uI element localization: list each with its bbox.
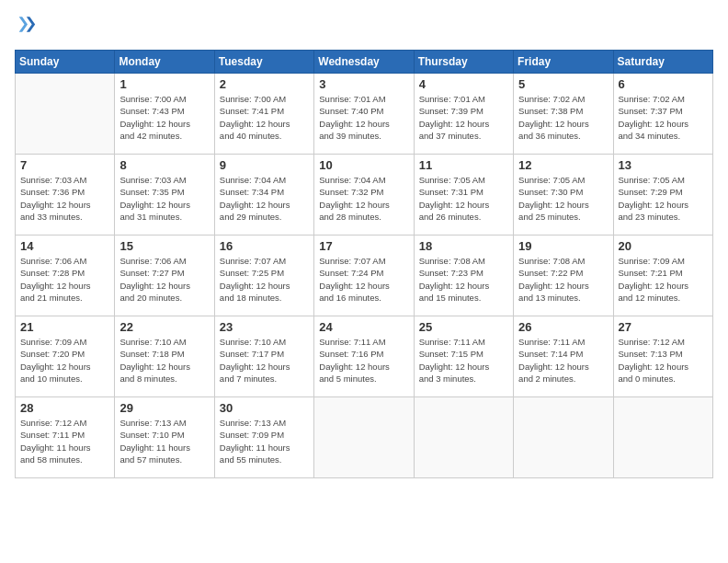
day-number: 25 — [419, 320, 508, 334]
day-number: 6 — [619, 77, 708, 91]
calendar-day-cell: 16Sunrise: 7:07 AMSunset: 7:25 PMDayligh… — [214, 236, 313, 316]
day-number: 30 — [220, 401, 309, 415]
day-number: 10 — [319, 158, 408, 172]
calendar-day-cell — [613, 397, 712, 478]
calendar-day-cell: 9Sunrise: 7:04 AMSunset: 7:34 PMDaylight… — [214, 155, 313, 236]
day-info: Sunrise: 7:08 AMSunset: 7:23 PMDaylight:… — [419, 255, 508, 304]
day-number: 4 — [419, 77, 508, 91]
day-info: Sunrise: 7:07 AMSunset: 7:24 PMDaylight:… — [319, 255, 408, 304]
day-info: Sunrise: 7:11 AMSunset: 7:14 PMDaylight:… — [518, 336, 608, 385]
weekday-header: Thursday — [414, 51, 513, 74]
page: SundayMondayTuesdayWednesdayThursdayFrid… — [0, 0, 728, 563]
day-info: Sunrise: 7:06 AMSunset: 7:28 PMDaylight:… — [20, 255, 109, 304]
day-number: 2 — [220, 77, 309, 91]
day-number: 8 — [119, 158, 209, 172]
calendar-day-cell: 6Sunrise: 7:02 AMSunset: 7:37 PMDaylight… — [613, 74, 712, 155]
calendar-day-cell: 24Sunrise: 7:11 AMSunset: 7:16 PMDayligh… — [314, 316, 414, 397]
calendar-week-row: 14Sunrise: 7:06 AMSunset: 7:28 PMDayligh… — [16, 236, 713, 316]
day-info: Sunrise: 7:03 AMSunset: 7:35 PMDaylight:… — [119, 174, 209, 223]
calendar-day-cell: 10Sunrise: 7:04 AMSunset: 7:32 PMDayligh… — [314, 155, 414, 236]
header — [15, 15, 713, 40]
calendar-day-cell: 5Sunrise: 7:02 AMSunset: 7:38 PMDaylight… — [514, 74, 613, 155]
calendar-day-cell: 2Sunrise: 7:00 AMSunset: 7:41 PMDaylight… — [214, 74, 313, 155]
calendar: SundayMondayTuesdayWednesdayThursdayFrid… — [15, 50, 713, 478]
day-number: 19 — [518, 239, 608, 253]
day-info: Sunrise: 7:01 AMSunset: 7:39 PMDaylight:… — [419, 93, 508, 142]
day-number: 21 — [20, 320, 109, 334]
day-info: Sunrise: 7:04 AMSunset: 7:32 PMDaylight:… — [319, 174, 408, 223]
day-info: Sunrise: 7:00 AMSunset: 7:43 PMDaylight:… — [119, 93, 209, 142]
day-number: 1 — [119, 77, 209, 91]
calendar-day-cell: 3Sunrise: 7:01 AMSunset: 7:40 PMDaylight… — [314, 74, 414, 155]
day-info: Sunrise: 7:10 AMSunset: 7:17 PMDaylight:… — [220, 336, 309, 385]
day-info: Sunrise: 7:09 AMSunset: 7:21 PMDaylight:… — [619, 255, 708, 304]
calendar-day-cell: 13Sunrise: 7:05 AMSunset: 7:29 PMDayligh… — [613, 155, 712, 236]
day-number: 5 — [518, 77, 608, 91]
weekday-header: Sunday — [16, 51, 115, 74]
calendar-day-cell: 17Sunrise: 7:07 AMSunset: 7:24 PMDayligh… — [314, 236, 414, 316]
day-info: Sunrise: 7:02 AMSunset: 7:37 PMDaylight:… — [619, 93, 708, 142]
calendar-day-cell: 19Sunrise: 7:08 AMSunset: 7:22 PMDayligh… — [514, 236, 613, 316]
day-info: Sunrise: 7:13 AMSunset: 7:10 PMDaylight:… — [119, 417, 209, 465]
day-info: Sunrise: 7:03 AMSunset: 7:36 PMDaylight:… — [20, 174, 109, 223]
day-number: 20 — [619, 239, 708, 253]
calendar-day-cell: 12Sunrise: 7:05 AMSunset: 7:30 PMDayligh… — [514, 155, 613, 236]
day-number: 29 — [119, 401, 209, 415]
day-info: Sunrise: 7:01 AMSunset: 7:40 PMDaylight:… — [319, 93, 408, 142]
day-number: 18 — [419, 239, 508, 253]
day-info: Sunrise: 7:12 AMSunset: 7:11 PMDaylight:… — [20, 417, 109, 465]
weekday-header: Wednesday — [314, 51, 414, 74]
day-number: 28 — [20, 401, 109, 415]
day-number: 27 — [619, 320, 708, 334]
day-info: Sunrise: 7:05 AMSunset: 7:29 PMDaylight:… — [619, 174, 708, 223]
calendar-day-cell: 29Sunrise: 7:13 AMSunset: 7:10 PMDayligh… — [115, 397, 214, 478]
svg-marker-1 — [19, 17, 28, 31]
weekday-header: Friday — [514, 51, 613, 74]
calendar-week-row: 28Sunrise: 7:12 AMSunset: 7:11 PMDayligh… — [16, 397, 713, 478]
calendar-day-cell: 23Sunrise: 7:10 AMSunset: 7:17 PMDayligh… — [214, 316, 313, 397]
calendar-day-cell — [16, 74, 115, 155]
calendar-day-cell: 18Sunrise: 7:08 AMSunset: 7:23 PMDayligh… — [414, 236, 513, 316]
day-number: 9 — [220, 158, 309, 172]
calendar-day-cell: 20Sunrise: 7:09 AMSunset: 7:21 PMDayligh… — [613, 236, 712, 316]
logo-icon — [15, 15, 40, 40]
day-number: 11 — [419, 158, 508, 172]
day-info: Sunrise: 7:05 AMSunset: 7:30 PMDaylight:… — [518, 174, 608, 223]
weekday-header: Tuesday — [214, 51, 313, 74]
calendar-day-cell: 27Sunrise: 7:12 AMSunset: 7:13 PMDayligh… — [613, 316, 712, 397]
calendar-week-row: 1Sunrise: 7:00 AMSunset: 7:43 PMDaylight… — [16, 74, 713, 155]
day-number: 12 — [518, 158, 608, 172]
day-info: Sunrise: 7:00 AMSunset: 7:41 PMDaylight:… — [220, 93, 309, 142]
calendar-day-cell: 4Sunrise: 7:01 AMSunset: 7:39 PMDaylight… — [414, 74, 513, 155]
day-number: 3 — [319, 77, 408, 91]
day-number: 13 — [619, 158, 708, 172]
day-info: Sunrise: 7:08 AMSunset: 7:22 PMDaylight:… — [518, 255, 608, 304]
calendar-day-cell: 14Sunrise: 7:06 AMSunset: 7:28 PMDayligh… — [16, 236, 115, 316]
svg-marker-0 — [27, 17, 35, 31]
calendar-day-cell: 15Sunrise: 7:06 AMSunset: 7:27 PMDayligh… — [115, 236, 214, 316]
calendar-day-cell: 26Sunrise: 7:11 AMSunset: 7:14 PMDayligh… — [514, 316, 613, 397]
day-info: Sunrise: 7:02 AMSunset: 7:38 PMDaylight:… — [518, 93, 608, 142]
calendar-day-cell: 25Sunrise: 7:11 AMSunset: 7:15 PMDayligh… — [414, 316, 513, 397]
day-number: 24 — [319, 320, 408, 334]
day-info: Sunrise: 7:04 AMSunset: 7:34 PMDaylight:… — [220, 174, 309, 223]
calendar-day-cell: 7Sunrise: 7:03 AMSunset: 7:36 PMDaylight… — [16, 155, 115, 236]
day-number: 23 — [220, 320, 309, 334]
calendar-day-cell: 1Sunrise: 7:00 AMSunset: 7:43 PMDaylight… — [115, 74, 214, 155]
day-number: 17 — [319, 239, 408, 253]
calendar-day-cell — [414, 397, 513, 478]
day-info: Sunrise: 7:05 AMSunset: 7:31 PMDaylight:… — [419, 174, 508, 223]
day-info: Sunrise: 7:09 AMSunset: 7:20 PMDaylight:… — [20, 336, 109, 385]
day-number: 7 — [20, 158, 109, 172]
calendar-week-row: 21Sunrise: 7:09 AMSunset: 7:20 PMDayligh… — [16, 316, 713, 397]
day-info: Sunrise: 7:13 AMSunset: 7:09 PMDaylight:… — [220, 417, 309, 465]
day-info: Sunrise: 7:06 AMSunset: 7:27 PMDaylight:… — [119, 255, 209, 304]
day-number: 26 — [518, 320, 608, 334]
calendar-week-row: 7Sunrise: 7:03 AMSunset: 7:36 PMDaylight… — [16, 155, 713, 236]
calendar-header-row: SundayMondayTuesdayWednesdayThursdayFrid… — [16, 51, 713, 74]
day-info: Sunrise: 7:12 AMSunset: 7:13 PMDaylight:… — [619, 336, 708, 385]
day-number: 16 — [220, 239, 309, 253]
calendar-day-cell: 22Sunrise: 7:10 AMSunset: 7:18 PMDayligh… — [115, 316, 214, 397]
day-info: Sunrise: 7:11 AMSunset: 7:15 PMDaylight:… — [419, 336, 508, 385]
day-number: 22 — [119, 320, 209, 334]
